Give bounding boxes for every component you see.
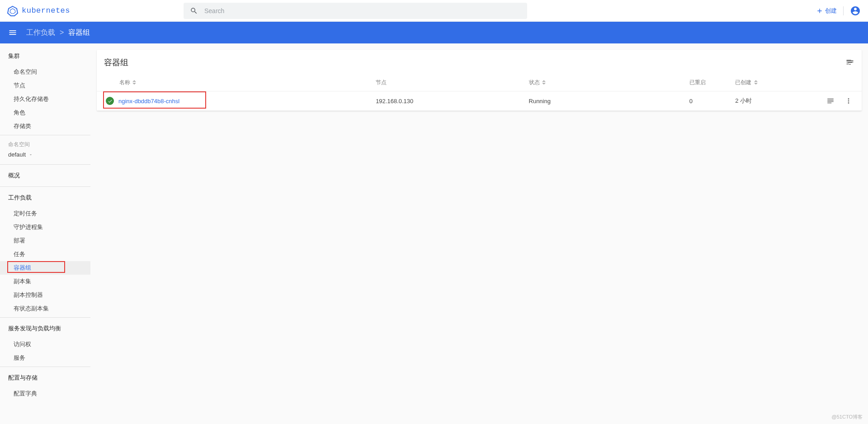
header-right: 创建	[816, 5, 861, 16]
sidebar-item-pv[interactable]: 持久化存储卷	[0, 92, 90, 106]
sidebar-item-nodes[interactable]: 节点	[0, 79, 90, 92]
sidebar-section-workloads[interactable]: 工作负载	[0, 189, 90, 207]
table-header-row: 名称 节点 状态 已重启	[97, 74, 862, 91]
svg-marker-0	[8, 6, 18, 16]
sidebar-item-storageclass[interactable]: 存储类	[0, 119, 90, 133]
sidebar-item-jobs[interactable]: 任务	[0, 248, 90, 261]
sidebar: 集群 命名空间 节点 持久化存储卷 角色 存储类 命名空间 default 概况…	[0, 43, 90, 424]
sidebar-divider	[0, 164, 90, 165]
col-header-actions	[801, 74, 862, 91]
sidebar-item-configmaps[interactable]: 配置字典	[0, 387, 90, 400]
search-container[interactable]	[184, 3, 527, 19]
sidebar-item-replicasets[interactable]: 副本集	[0, 275, 90, 288]
row-name-cell: nginx-dbddb74b8-cnhsl	[100, 97, 368, 105]
sidebar-item-namespaces[interactable]: 命名空间	[0, 65, 90, 79]
pod-name-link[interactable]: nginx-dbddb74b8-cnhsl	[118, 98, 179, 105]
sidebar-section-config[interactable]: 配置与存储	[0, 369, 90, 387]
table-row[interactable]: nginx-dbddb74b8-cnhsl 192.168.0.130 Runn…	[97, 91, 862, 111]
col-header-restarts[interactable]: 已重启	[686, 74, 732, 91]
logo-container[interactable]: kubernetes	[7, 5, 184, 16]
content-container: 集群 命名空间 节点 持久化存储卷 角色 存储类 命名空间 default 概况…	[0, 43, 868, 424]
card-header: 容器组	[97, 50, 862, 74]
namespace-label: 命名空间	[0, 137, 90, 148]
breadcrumb: 工作负载 > 容器组	[26, 28, 90, 38]
logo-text: kubernetes	[22, 6, 70, 15]
sidebar-divider	[0, 186, 90, 187]
sort-icon	[754, 80, 758, 86]
sidebar-item-ingress[interactable]: 访问权	[0, 338, 90, 351]
kubernetes-logo-icon	[7, 5, 18, 16]
logs-icon[interactable]	[826, 97, 835, 105]
col-label: 已重启	[689, 79, 706, 86]
sidebar-item-services[interactable]: 服务	[0, 351, 90, 365]
filter-icon[interactable]	[845, 58, 854, 67]
main-content: 容器组 名称 节点 状态	[90, 43, 868, 424]
sidebar-item-label: 容器组	[14, 264, 31, 271]
cell-created: 2 小时	[731, 91, 800, 111]
cell-restarts: 0	[686, 91, 732, 111]
watermark: @51CTO博客	[832, 414, 863, 420]
col-header-created[interactable]: 已创建	[731, 74, 800, 91]
create-button[interactable]: 创建	[816, 7, 837, 15]
sidebar-item-replicationcontrollers[interactable]: 副本控制器	[0, 288, 90, 302]
sidebar-divider	[0, 367, 90, 367]
sort-icon	[542, 80, 546, 86]
search-icon	[190, 7, 198, 15]
breadcrumb-bar: 工作负载 > 容器组	[0, 22, 868, 43]
menu-icon[interactable]	[8, 28, 17, 37]
cell-node: 192.168.0.130	[372, 91, 525, 111]
namespace-value: default	[8, 151, 26, 158]
row-actions	[804, 97, 858, 105]
dropdown-icon	[28, 152, 33, 157]
breadcrumb-separator: >	[60, 29, 64, 37]
col-label: 节点	[376, 79, 387, 86]
sidebar-item-deployments[interactable]: 部署	[0, 234, 90, 248]
sidebar-item-roles[interactable]: 角色	[0, 106, 90, 119]
col-header-node[interactable]: 节点	[372, 74, 525, 91]
col-header-status[interactable]: 状态	[525, 74, 686, 91]
search-input[interactable]	[204, 7, 521, 14]
namespace-select[interactable]: default	[0, 148, 90, 162]
plus-icon	[816, 7, 823, 14]
sidebar-section-discovery[interactable]: 服务发现与负载均衡	[0, 319, 90, 338]
svg-marker-1	[10, 9, 15, 14]
pods-card: 容器组 名称 节点 状态	[97, 50, 862, 111]
header-divider	[843, 6, 844, 15]
cell-status: Running	[525, 91, 686, 111]
col-header-name[interactable]: 名称	[97, 74, 372, 91]
sidebar-item-cronjobs[interactable]: 定时任务	[0, 207, 90, 220]
col-label: 已创建	[735, 79, 751, 86]
breadcrumb-parent[interactable]: 工作负载	[26, 28, 55, 38]
top-header: kubernetes 创建	[0, 0, 868, 22]
pods-table: 名称 节点 状态 已重启	[97, 74, 862, 111]
card-title: 容器组	[104, 57, 128, 68]
sidebar-divider	[0, 135, 90, 135]
user-icon[interactable]	[850, 5, 861, 16]
sidebar-item-daemonsets[interactable]: 守护进程集	[0, 220, 90, 234]
col-label: 状态	[529, 79, 540, 86]
create-label: 创建	[825, 7, 837, 15]
sidebar-section-cluster[interactable]: 集群	[0, 47, 90, 65]
sidebar-section-overview[interactable]: 概况	[0, 167, 90, 185]
sidebar-item-statefulsets[interactable]: 有状态副本集	[0, 302, 90, 315]
sort-icon	[132, 80, 136, 86]
breadcrumb-current: 容器组	[68, 28, 90, 38]
more-vert-icon[interactable]	[844, 97, 853, 105]
col-label: 名称	[119, 79, 130, 86]
sidebar-item-pods[interactable]: 容器组	[0, 261, 90, 275]
sidebar-divider	[0, 317, 90, 318]
status-ok-icon	[106, 97, 114, 105]
